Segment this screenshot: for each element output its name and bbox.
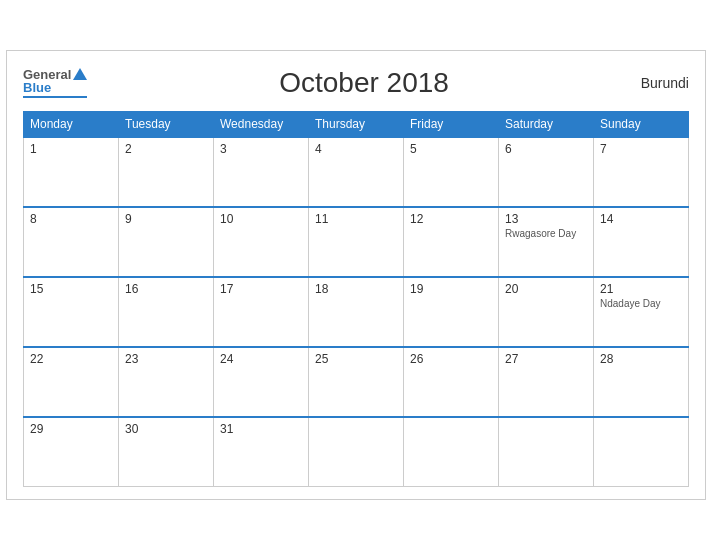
day-number: 27 — [505, 352, 587, 366]
table-cell: 14 — [594, 207, 689, 277]
day-number: 24 — [220, 352, 302, 366]
day-number: 13 — [505, 212, 587, 226]
day-number: 29 — [30, 422, 112, 436]
day-number: 22 — [30, 352, 112, 366]
table-cell: 17 — [214, 277, 309, 347]
table-cell: 5 — [404, 137, 499, 207]
week-row-2: 8910111213Rwagasore Day14 — [24, 207, 689, 277]
day-number: 11 — [315, 212, 397, 226]
table-cell: 27 — [499, 347, 594, 417]
table-cell: 15 — [24, 277, 119, 347]
day-number: 20 — [505, 282, 587, 296]
table-cell: 29 — [24, 417, 119, 487]
table-cell: 9 — [119, 207, 214, 277]
weekday-header-sunday: Sunday — [594, 111, 689, 137]
table-cell: 20 — [499, 277, 594, 347]
week-row-1: 1234567 — [24, 137, 689, 207]
table-cell: 19 — [404, 277, 499, 347]
day-number: 16 — [125, 282, 207, 296]
calendar-thead: MondayTuesdayWednesdayThursdayFridaySatu… — [24, 111, 689, 137]
table-cell: 2 — [119, 137, 214, 207]
week-row-4: 22232425262728 — [24, 347, 689, 417]
table-cell — [309, 417, 404, 487]
day-number: 12 — [410, 212, 492, 226]
table-cell: 10 — [214, 207, 309, 277]
weekday-header-friday: Friday — [404, 111, 499, 137]
calendar-title: October 2018 — [279, 67, 449, 99]
day-number: 3 — [220, 142, 302, 156]
table-cell — [594, 417, 689, 487]
week-row-5: 293031 — [24, 417, 689, 487]
day-number: 4 — [315, 142, 397, 156]
logo-underline — [23, 96, 87, 98]
weekday-header-saturday: Saturday — [499, 111, 594, 137]
table-cell: 25 — [309, 347, 404, 417]
day-number: 5 — [410, 142, 492, 156]
logo-triangle-icon — [73, 68, 87, 80]
day-number: 17 — [220, 282, 302, 296]
logo: General Blue — [23, 68, 87, 98]
weekday-header-thursday: Thursday — [309, 111, 404, 137]
day-number: 9 — [125, 212, 207, 226]
calendar-header: General Blue October 2018 Burundi — [23, 67, 689, 99]
day-number: 30 — [125, 422, 207, 436]
table-cell: 4 — [309, 137, 404, 207]
table-cell: 3 — [214, 137, 309, 207]
table-cell: 8 — [24, 207, 119, 277]
table-cell: 13Rwagasore Day — [499, 207, 594, 277]
table-cell: 6 — [499, 137, 594, 207]
logo-blue-label: Blue — [23, 80, 51, 95]
day-number: 26 — [410, 352, 492, 366]
day-number: 18 — [315, 282, 397, 296]
table-cell: 18 — [309, 277, 404, 347]
day-number: 1 — [30, 142, 112, 156]
day-number: 8 — [30, 212, 112, 226]
week-row-3: 15161718192021Ndadaye Day — [24, 277, 689, 347]
table-cell: 23 — [119, 347, 214, 417]
table-cell: 16 — [119, 277, 214, 347]
table-cell: 28 — [594, 347, 689, 417]
table-cell: 1 — [24, 137, 119, 207]
table-cell: 7 — [594, 137, 689, 207]
weekday-header-monday: Monday — [24, 111, 119, 137]
weekday-header-row: MondayTuesdayWednesdayThursdayFridaySatu… — [24, 111, 689, 137]
day-number: 7 — [600, 142, 682, 156]
day-number: 28 — [600, 352, 682, 366]
day-number: 19 — [410, 282, 492, 296]
country-label: Burundi — [641, 75, 689, 91]
day-number: 31 — [220, 422, 302, 436]
holiday-name: Ndadaye Day — [600, 298, 682, 309]
calendar-tbody: 12345678910111213Rwagasore Day1415161718… — [24, 137, 689, 487]
holiday-name: Rwagasore Day — [505, 228, 587, 239]
calendar-container: General Blue October 2018 Burundi Monday… — [6, 50, 706, 501]
calendar-table: MondayTuesdayWednesdayThursdayFridaySatu… — [23, 111, 689, 488]
logo-blue-text: Blue — [23, 81, 87, 94]
table-cell — [499, 417, 594, 487]
table-cell: 12 — [404, 207, 499, 277]
table-cell: 30 — [119, 417, 214, 487]
day-number: 6 — [505, 142, 587, 156]
table-cell: 21Ndadaye Day — [594, 277, 689, 347]
table-cell: 22 — [24, 347, 119, 417]
weekday-header-tuesday: Tuesday — [119, 111, 214, 137]
table-cell: 11 — [309, 207, 404, 277]
table-cell: 31 — [214, 417, 309, 487]
day-number: 2 — [125, 142, 207, 156]
table-cell: 24 — [214, 347, 309, 417]
day-number: 23 — [125, 352, 207, 366]
table-cell: 26 — [404, 347, 499, 417]
day-number: 10 — [220, 212, 302, 226]
weekday-header-wednesday: Wednesday — [214, 111, 309, 137]
table-cell — [404, 417, 499, 487]
day-number: 21 — [600, 282, 682, 296]
day-number: 25 — [315, 352, 397, 366]
day-number: 15 — [30, 282, 112, 296]
day-number: 14 — [600, 212, 682, 226]
